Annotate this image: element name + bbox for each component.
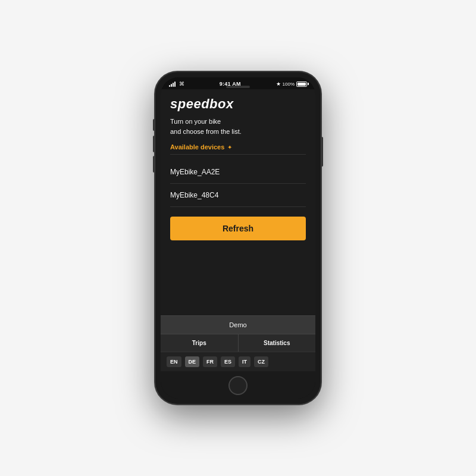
signal-bar-3 — [173, 83, 174, 87]
subtitle-line2: and choose from the list. — [170, 128, 242, 135]
lang-de[interactable]: DE — [185, 356, 200, 367]
bluetooth-icon: ✦ — [227, 144, 232, 151]
lang-cz[interactable]: CZ — [254, 356, 268, 367]
battery-fill — [298, 83, 306, 86]
language-bar: EN DE FR ES IT CZ — [161, 352, 315, 371]
lang-es[interactable]: ES — [221, 356, 235, 367]
signal-icon — [169, 81, 176, 87]
app-header: speedbox Turn on your bike and choose fr… — [161, 89, 315, 161]
signal-bar-1 — [169, 85, 170, 87]
device-item[interactable]: MyEbike_AA2E — [170, 161, 306, 184]
volume-up-button — [153, 136, 155, 152]
app-content: speedbox Turn on your bike and choose fr… — [161, 89, 315, 371]
bottom-nav: Demo Trips Statistics EN DE FR ES IT CZ — [161, 315, 315, 371]
tab-trips[interactable]: Trips — [161, 334, 239, 352]
phone-frame: ⌘ 9:41 AM ★ 100% speedbox Turn on your b… — [155, 71, 321, 405]
tab-statistics[interactable]: Statistics — [239, 334, 316, 352]
volume-silent-button — [153, 119, 155, 131]
home-button-area — [161, 371, 315, 399]
device-name-1: MyEbike_AA2E — [170, 168, 220, 176]
signal-bar-4 — [174, 82, 176, 87]
demo-button[interactable]: Demo — [161, 315, 315, 334]
nav-tabs: Trips Statistics — [161, 334, 315, 352]
status-right: ★ 100% — [276, 81, 307, 87]
device-list: MyEbike_AA2E MyEbike_48C4 — [161, 161, 315, 207]
volume-down-button — [153, 156, 155, 173]
lang-en[interactable]: EN — [167, 356, 181, 367]
refresh-button[interactable]: Refresh — [170, 217, 306, 240]
home-button[interactable] — [228, 376, 248, 395]
app-logo: speedbox — [170, 96, 306, 112]
battery-icon — [296, 82, 307, 87]
lang-it[interactable]: IT — [239, 356, 250, 367]
phone-screen: ⌘ 9:41 AM ★ 100% speedbox Turn on your b… — [161, 77, 315, 399]
battery-percent: 100% — [283, 82, 295, 87]
status-left: ⌘ — [169, 81, 184, 87]
lang-fr[interactable]: FR — [203, 356, 217, 367]
signal-bar-2 — [171, 84, 172, 87]
bluetooth-status-icon: ★ — [276, 81, 281, 87]
device-item[interactable]: MyEbike_48C4 — [170, 184, 306, 207]
speaker-notch — [226, 86, 250, 88]
device-name-2: MyEbike_48C4 — [170, 191, 218, 199]
available-devices-label: Available devices — [170, 143, 224, 151]
wifi-icon: ⌘ — [179, 81, 184, 87]
available-devices-row: Available devices ✦ — [170, 143, 306, 155]
power-button — [321, 137, 323, 167]
subtitle-line1: Turn on your bike — [170, 118, 221, 125]
app-subtitle: Turn on your bike and choose from the li… — [170, 117, 306, 136]
